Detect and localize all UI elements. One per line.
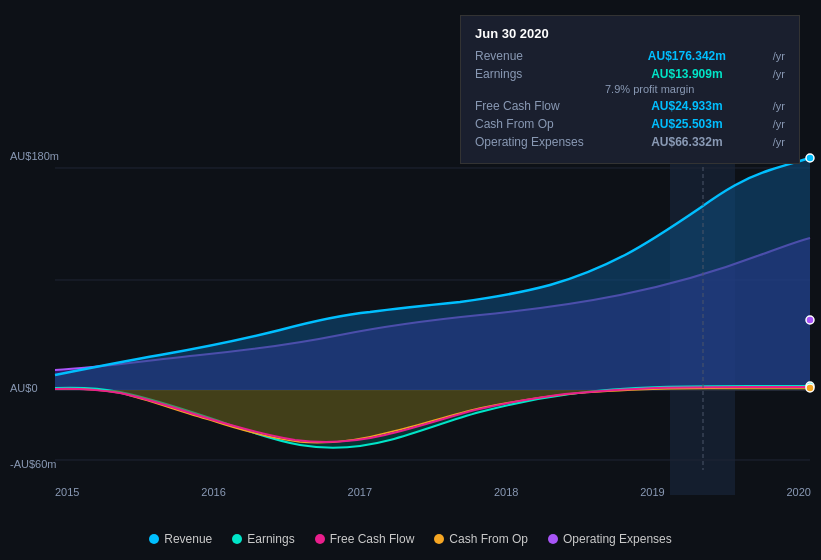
tooltip-box: Jun 30 2020 Revenue AU$176.342m /yr Earn…: [460, 15, 800, 164]
legend-item-earnings[interactable]: Earnings: [232, 532, 294, 546]
y-label-top: AU$180m: [10, 150, 59, 162]
tooltip-value-cashfromop: AU$25.503m: [651, 117, 722, 131]
tooltip-unit-fcf: /yr: [773, 100, 785, 112]
legend-item-opex[interactable]: Operating Expenses: [548, 532, 672, 546]
legend-item-fcf[interactable]: Free Cash Flow: [315, 532, 415, 546]
tooltip-label-fcf: Free Cash Flow: [475, 99, 605, 113]
chart-legend: Revenue Earnings Free Cash Flow Cash Fro…: [0, 532, 821, 546]
legend-dot-opex: [548, 534, 558, 544]
tooltip-title: Jun 30 2020: [475, 26, 785, 41]
tooltip-unit-revenue: /yr: [773, 50, 785, 62]
tooltip-unit-earnings: /yr: [773, 68, 785, 80]
y-label-neg: -AU$60m: [10, 458, 56, 470]
tooltip-row-opex: Operating Expenses AU$66.332m /yr: [475, 135, 785, 149]
svg-point-8: [806, 384, 814, 392]
x-label-2016: 2016: [201, 486, 225, 498]
legend-label-revenue: Revenue: [164, 532, 212, 546]
tooltip-value-earnings: AU$13.909m: [651, 67, 722, 81]
svg-point-5: [806, 154, 814, 162]
legend-label-opex: Operating Expenses: [563, 532, 672, 546]
legend-dot-revenue: [149, 534, 159, 544]
y-label-zero: AU$0: [10, 382, 38, 394]
tooltip-value-revenue: AU$176.342m: [648, 49, 726, 63]
x-label-2019: 2019: [640, 486, 664, 498]
svg-point-6: [806, 316, 814, 324]
tooltip-unit-cashfromop: /yr: [773, 118, 785, 130]
tooltip-label-opex: Operating Expenses: [475, 135, 605, 149]
tooltip-profit-margin: 7.9% profit margin: [475, 83, 785, 95]
legend-dot-earnings: [232, 534, 242, 544]
tooltip-row-earnings: Earnings AU$13.909m /yr: [475, 67, 785, 81]
tooltip-label-earnings: Earnings: [475, 67, 605, 81]
tooltip-label-revenue: Revenue: [475, 49, 605, 63]
legend-item-cashfromop[interactable]: Cash From Op: [434, 532, 528, 546]
x-label-2020: 2020: [786, 486, 810, 498]
tooltip-unit-opex: /yr: [773, 136, 785, 148]
x-label-2015: 2015: [55, 486, 79, 498]
x-axis-labels: 2015 2016 2017 2018 2019 2020: [55, 486, 811, 498]
legend-label-cashfromop: Cash From Op: [449, 532, 528, 546]
tooltip-row-revenue: Revenue AU$176.342m /yr: [475, 49, 785, 63]
tooltip-row-cashfromop: Cash From Op AU$25.503m /yr: [475, 117, 785, 131]
tooltip-label-cashfromop: Cash From Op: [475, 117, 605, 131]
legend-label-earnings: Earnings: [247, 532, 294, 546]
x-label-2018: 2018: [494, 486, 518, 498]
tooltip-value-fcf: AU$24.933m: [651, 99, 722, 113]
legend-dot-cashfromop: [434, 534, 444, 544]
x-label-2017: 2017: [348, 486, 372, 498]
chart-container: AU$180m AU$0 -AU$60m 2015 2016 2017 2018…: [0, 0, 821, 560]
legend-item-revenue[interactable]: Revenue: [149, 532, 212, 546]
tooltip-row-fcf: Free Cash Flow AU$24.933m /yr: [475, 99, 785, 113]
legend-label-fcf: Free Cash Flow: [330, 532, 415, 546]
tooltip-value-opex: AU$66.332m: [651, 135, 722, 149]
legend-dot-fcf: [315, 534, 325, 544]
